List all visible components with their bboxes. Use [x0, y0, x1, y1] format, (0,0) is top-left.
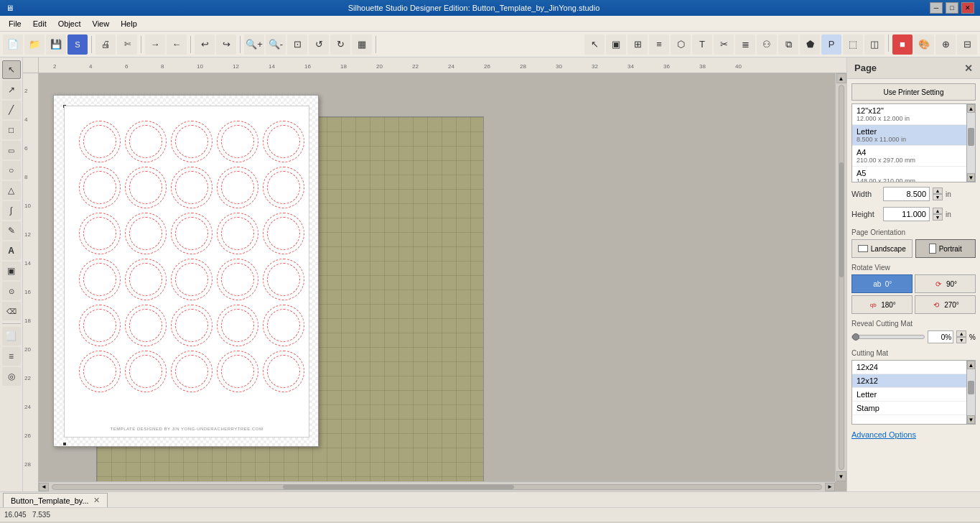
page-setup-btn[interactable]: P: [821, 34, 841, 55]
fill-panel-btn[interactable]: ▣: [606, 34, 626, 55]
undo-button[interactable]: ↩: [195, 34, 215, 55]
cutting-mat-list[interactable]: 12x24 12x12 Letter Stamp: [851, 360, 967, 425]
save-cloud-button[interactable]: S: [67, 34, 88, 55]
rotate-0-button[interactable]: ab 0°: [851, 274, 913, 293]
zoom-fit-button[interactable]: ⊡: [287, 34, 307, 55]
text-tool[interactable]: A: [2, 241, 21, 260]
receive-button[interactable]: ←: [167, 34, 187, 55]
menu-file[interactable]: File: [3, 18, 27, 29]
line-tool[interactable]: ╱: [2, 101, 21, 119]
cutting-mat-12x12[interactable]: 12x12: [852, 374, 966, 388]
paper-list-scroll-down[interactable]: ▼: [967, 173, 975, 182]
vscroll-down-button[interactable]: ▼: [836, 471, 846, 481]
select2-tool[interactable]: ↗: [2, 80, 21, 99]
cutting-mat-scrollbar[interactable]: ▲ ▼: [967, 360, 976, 425]
menu-view[interactable]: View: [87, 18, 116, 29]
polygon-tool[interactable]: △: [2, 181, 21, 200]
menu-edit[interactable]: Edit: [27, 18, 52, 29]
hscroll-thumb[interactable]: [283, 485, 513, 489]
knife-btn[interactable]: ✂: [714, 34, 734, 55]
new-button[interactable]: 📄: [3, 34, 23, 55]
reveal-pct-spin-down[interactable]: ▼: [956, 337, 966, 343]
paper-size-letter[interactable]: Letter 8.500 x 11.000 in: [852, 125, 966, 146]
cutting-mat-12x24[interactable]: 12x24: [852, 361, 966, 374]
path-btn[interactable]: ⬡: [671, 34, 691, 55]
paper-list-scroll-thumb[interactable]: [968, 128, 974, 146]
eyedropper-tool[interactable]: ⊙: [2, 282, 21, 300]
menu-object[interactable]: Object: [52, 18, 87, 29]
rotate-left-button[interactable]: ↺: [309, 34, 329, 55]
width-spin-down[interactable]: ▼: [933, 194, 943, 200]
library-tool[interactable]: ◎: [2, 367, 21, 386]
tab-close-button[interactable]: ✕: [93, 496, 100, 505]
vertical-scrollbar[interactable]: ▲ ▼: [835, 73, 846, 481]
close-button[interactable]: ✕: [961, 2, 974, 14]
landscape-button[interactable]: Landscape: [851, 239, 913, 258]
hscroll-track[interactable]: [52, 484, 822, 490]
rotate-270-button[interactable]: ⟲ 270°: [915, 295, 976, 314]
reveal-pct-spin-up[interactable]: ▲: [956, 330, 966, 337]
cutting-mat-scroll-down[interactable]: ▼: [967, 415, 975, 424]
reveal-slider-track[interactable]: [851, 335, 925, 339]
paper-size-a5[interactable]: A5 148.00 x 210.00 mm: [852, 167, 966, 182]
color-picker-btn[interactable]: 🎨: [914, 34, 934, 55]
portrait-button[interactable]: Portrait: [915, 239, 976, 258]
rounded-rect-tool[interactable]: ▭: [2, 141, 21, 159]
fill-tool[interactable]: ▣: [2, 262, 21, 280]
color-red-btn[interactable]: ■: [892, 34, 913, 55]
send-button[interactable]: →: [145, 34, 165, 55]
reveal-pct-input[interactable]: [928, 330, 953, 343]
use-printer-setting-button[interactable]: Use Printer Setting: [851, 83, 976, 101]
view-mode-button[interactable]: ▦: [352, 34, 372, 55]
grid2-btn[interactable]: ⊟: [957, 34, 977, 55]
grid-btn[interactable]: ⊞: [627, 34, 648, 55]
minimize-button[interactable]: ─: [930, 2, 943, 14]
paper-list-scroll-up[interactable]: ▲: [967, 104, 975, 113]
paper-list-scrollbar[interactable]: ▲ ▼: [967, 103, 976, 182]
horizontal-scrollbar[interactable]: ◄ ►: [39, 481, 835, 491]
open-button[interactable]: 📁: [24, 34, 45, 55]
cutting-mat-stamp[interactable]: Stamp: [852, 402, 966, 415]
panel-close-button[interactable]: ✕: [964, 63, 973, 74]
height-input[interactable]: [883, 207, 930, 221]
transform-btn[interactable]: ⬚: [843, 34, 863, 55]
trace-btn[interactable]: ⬟: [800, 34, 820, 55]
cutting-mat-letter[interactable]: Letter: [852, 388, 966, 402]
ellipse-tool[interactable]: ○: [2, 161, 21, 180]
zoom-in-button[interactable]: 🔍+: [244, 34, 264, 55]
select-tool-btn[interactable]: ↖: [584, 34, 605, 55]
paper-size-a4[interactable]: A4 210.00 x 297.00 mm: [852, 146, 966, 167]
vscroll-thumb[interactable]: [839, 162, 844, 277]
vscroll-up-button[interactable]: ▲: [836, 73, 846, 83]
paper-size-list[interactable]: 12"x12" 12.000 x 12.000 in Letter 8.500 …: [851, 103, 967, 182]
maximize-button[interactable]: □: [946, 2, 958, 14]
bezier-tool[interactable]: ∫: [2, 201, 21, 220]
cutting-mat-scroll-thumb[interactable]: [968, 381, 974, 394]
paper-size-12x12[interactable]: 12"x12" 12.000 x 12.000 in: [852, 104, 966, 125]
replicate-btn[interactable]: ⧉: [778, 34, 798, 55]
zoom-out-button[interactable]: 🔍-: [266, 34, 286, 55]
eraser-tool[interactable]: ⌫: [2, 302, 21, 320]
rect-tool[interactable]: □: [2, 121, 21, 139]
rotate-90-button[interactable]: ⟳ 90°: [915, 274, 976, 293]
vscroll-track[interactable]: [839, 85, 844, 470]
rotate-right-button[interactable]: ↻: [330, 34, 350, 55]
page-tool[interactable]: ⬜: [2, 327, 21, 346]
select-tool[interactable]: ↖: [2, 60, 21, 79]
tab-button-template[interactable]: Button_Template_by... ✕: [3, 493, 108, 507]
pen-tool[interactable]: ✎: [2, 221, 21, 240]
rotate-180-button[interactable]: qb 180°: [851, 295, 913, 314]
width-input[interactable]: [883, 187, 930, 201]
redo-button[interactable]: ↪: [216, 34, 236, 55]
weld-btn[interactable]: ⚇: [757, 34, 777, 55]
layers-btn[interactable]: ≣: [735, 34, 755, 55]
print-button[interactable]: 🖨: [95, 34, 116, 55]
align-btn[interactable]: ≡: [649, 34, 669, 55]
reveal-slider-thumb[interactable]: [852, 333, 859, 341]
cutting-mat-scroll-up[interactable]: ▲: [967, 361, 975, 369]
library-btn[interactable]: ◫: [864, 34, 885, 55]
layers-tool[interactable]: ≡: [2, 347, 21, 366]
cut-button[interactable]: ✄: [117, 34, 137, 55]
width-spin-up[interactable]: ▲: [933, 188, 943, 194]
height-spin-up[interactable]: ▲: [933, 208, 943, 214]
